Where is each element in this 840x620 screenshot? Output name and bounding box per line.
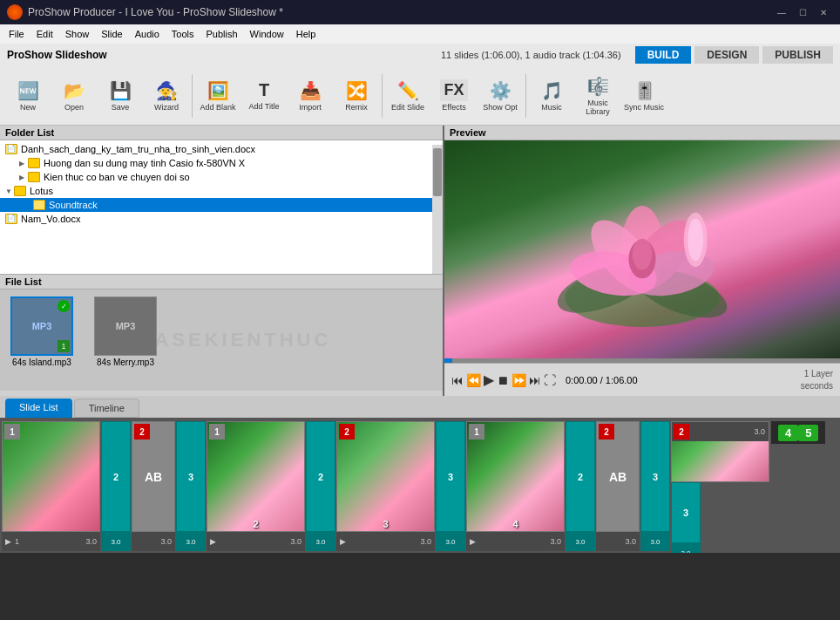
sep2: [382, 74, 383, 118]
add-blank-button[interactable]: 🖼️ Add Blank: [195, 72, 240, 120]
slide-play-3[interactable]: ▶: [210, 537, 216, 546]
maximize-button[interactable]: ☐: [793, 4, 812, 20]
tab-slide-list[interactable]: Slide List: [5, 399, 72, 418]
folder-item-2[interactable]: ▶ Kien thuc co ban ve chuyen doi so: [0, 170, 443, 184]
add-title-button[interactable]: T Add Title: [241, 72, 287, 120]
menu-file[interactable]: File: [3, 27, 30, 41]
stop-icon[interactable]: ⏹: [497, 373, 509, 387]
menu-help[interactable]: Help: [291, 27, 322, 41]
folder-scrollbar[interactable]: [432, 145, 443, 274]
transition-1[interactable]: 2 3.0: [101, 421, 131, 551]
slide-item-2[interactable]: 2 AB 3.0: [132, 421, 175, 551]
window-title: ProShow Producer - I Love You - ProShow …: [28, 6, 283, 18]
folder-item-4[interactable]: Soundtrack: [0, 198, 443, 212]
step-forward-icon[interactable]: ⏩: [511, 373, 526, 387]
menu-slide[interactable]: Slide: [96, 27, 127, 41]
slide-num-2: 2: [134, 424, 150, 439]
slide-dur-2: 3.0: [160, 537, 172, 546]
transition-thumb-2: 3: [176, 421, 206, 532]
folder-item-1[interactable]: ▶ Huong dan su dung may tinh Casio fx-58…: [0, 156, 443, 170]
show-opt-button[interactable]: ⚙️ Show Opt: [478, 72, 523, 120]
slide-play-4[interactable]: ▶: [340, 537, 346, 546]
file-item-0[interactable]: MP3 ✓ 1 64s Island.mp3: [7, 296, 77, 367]
slide-item-6[interactable]: 2 AB 3.0: [596, 421, 640, 551]
folder-label-3: Lotus: [30, 186, 53, 196]
toolbar: 🆕 New 📂 Open 💾 Save 🧙 Wizard 🖼️ Add Blan…: [0, 66, 840, 126]
arrow-icon-1: ▶: [19, 160, 28, 167]
close-button[interactable]: ✕: [814, 4, 833, 20]
slide-item-1[interactable]: 1 ▶ 1 3.0: [2, 421, 100, 551]
slide-list-area: 1 ▶ 1 3.0 2 3.0 2 AB 3.0: [0, 418, 840, 553]
transition-7[interactable]: 3 3.0: [671, 482, 701, 553]
folder-label-4: Soundtrack: [49, 200, 98, 210]
layer-unit: seconds: [801, 380, 833, 392]
preview-controls: ⏮ ⏪ ▶ ⏹ ⏩ ⏭ ⛶ 0:00.00 / 1:06.00 1 Layer …: [444, 363, 840, 396]
transition-5[interactable]: 2 3.0: [566, 421, 595, 551]
menu-window[interactable]: Window: [245, 27, 289, 41]
fullscreen-icon[interactable]: ⛶: [544, 373, 556, 387]
skip-start-icon[interactable]: ⏮: [451, 373, 464, 387]
transition-dur-3: 3.0: [315, 538, 325, 546]
window-controls[interactable]: — ☐ ✕: [772, 4, 833, 20]
mp3-tag-1: MP3: [116, 321, 136, 331]
folder-label-2: Kien thuc co ban ve chuyen doi so: [44, 172, 190, 182]
slide-item-7[interactable]: 2 ▶ 3.0 3 3.0: [671, 421, 769, 551]
music-library-label: Music Library: [578, 99, 618, 116]
wizard-button[interactable]: 🧙 Wizard: [144, 72, 189, 120]
effects-label: Effects: [442, 103, 465, 112]
minimize-button[interactable]: —: [772, 4, 791, 20]
slide-item-3[interactable]: 1 2 ▶ 3.0: [207, 421, 305, 551]
transition-dur-5: 3.0: [575, 538, 585, 546]
open-button[interactable]: 📂 Open: [51, 72, 97, 120]
remix-button[interactable]: 🔀 Remix: [334, 72, 379, 120]
tab-build[interactable]: BUILD: [635, 46, 692, 64]
music-library-button[interactable]: 🎼 Music Library: [575, 72, 620, 120]
slide-order-5: 4: [512, 519, 518, 529]
transition-3[interactable]: 2 3.0: [306, 421, 335, 551]
transition-thumb-3: 2: [306, 421, 335, 532]
save-button[interactable]: 💾 Save: [98, 72, 143, 120]
transition-6[interactable]: 3 3.0: [640, 421, 670, 551]
sync-music-button[interactable]: 🎚️ Sync Music: [621, 72, 667, 120]
import-button[interactable]: 📥 Import: [288, 72, 333, 120]
step-back-icon[interactable]: ⏪: [466, 373, 481, 387]
tab-timeline[interactable]: Timeline: [74, 399, 139, 418]
folder-item-5[interactable]: 📄 Nam_Vo.docx: [0, 212, 443, 226]
folder-item-0[interactable]: 📄 Danh_sach_dang_ky_tam_tru_nha_tro_sinh…: [0, 142, 443, 156]
slide-footer-1: ▶ 1 3.0: [2, 532, 100, 551]
effects-button[interactable]: FX Effects: [431, 72, 477, 120]
slide-item-5[interactable]: 1 4 ▶ 3.0: [466, 421, 565, 551]
menu-audio[interactable]: Audio: [130, 27, 165, 41]
transition-2[interactable]: 3 3.0: [176, 421, 206, 551]
slide-item-4[interactable]: 2 3 ▶ 3.0: [336, 421, 435, 551]
folder-tree: 📄 Danh_sach_dang_ky_tam_tru_nha_tro_sinh…: [0, 140, 443, 228]
preview-progress[interactable]: [444, 358, 840, 363]
tab-publish[interactable]: PUBLISH: [762, 46, 833, 64]
progress-fill: [444, 358, 452, 363]
transition-4[interactable]: 3 3.0: [436, 421, 465, 551]
slide-thumb-4: 2 3: [336, 421, 435, 532]
add-title-label: Add Title: [248, 102, 279, 111]
tab-design[interactable]: DESIGN: [694, 46, 759, 64]
edit-slide-button[interactable]: ✏️ Edit Slide: [385, 72, 430, 120]
slide-play-5[interactable]: ▶: [470, 537, 476, 546]
scroll-thumb[interactable]: [433, 148, 442, 196]
play-icon[interactable]: ▶: [484, 371, 494, 388]
file-item-1[interactable]: MP3 84s Merry.mp3: [91, 296, 160, 367]
new-button[interactable]: 🆕 New: [5, 72, 51, 120]
lotus-preview-svg: [484, 162, 800, 337]
folder-item-3[interactable]: ▼ Lotus: [0, 184, 443, 198]
edit-slide-label: Edit Slide: [391, 103, 424, 112]
music-button[interactable]: 🎵 Music: [529, 72, 574, 120]
menu-publish[interactable]: Publish: [201, 27, 243, 41]
menu-tools[interactable]: Tools: [166, 27, 200, 41]
file-list-content: CHIASEKIENTHUC MP3 ✓ 1 64s Island.mp3 MP…: [0, 290, 443, 391]
transition-footer-6: 3.0: [640, 532, 670, 551]
slide-play-1[interactable]: ▶: [5, 537, 11, 546]
menu-show[interactable]: Show: [60, 27, 95, 41]
transition-thumb-5: 2: [566, 421, 595, 532]
transition-num-3: 2: [318, 472, 323, 482]
new-label: New: [20, 103, 36, 112]
skip-end-icon[interactable]: ⏭: [529, 373, 541, 387]
menu-edit[interactable]: Edit: [31, 27, 58, 41]
